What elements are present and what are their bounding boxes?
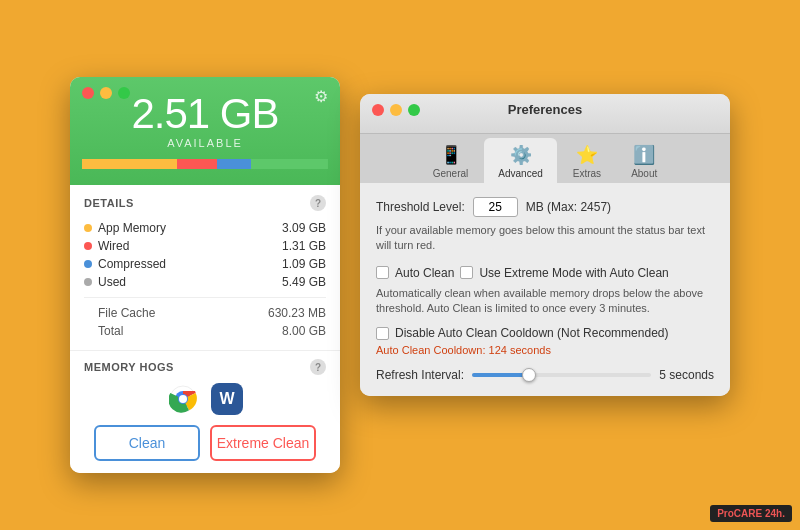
memory-size: 2.51 GB [82,93,328,135]
threshold-row: Threshold Level: MB (Max: 2457) [376,197,714,217]
svg-point-4 [179,395,187,403]
hogs-section: MEMORY HOGS ? [70,350,340,473]
dot-compressed [84,260,92,268]
wired-value: 1.31 GB [282,239,326,253]
bar-app-memory [82,159,177,169]
minimize-button[interactable] [100,87,112,99]
bar-compressed [217,159,251,169]
dot-wired [84,242,92,250]
file-cache-label: File Cache [98,306,155,320]
refresh-slider[interactable] [472,373,651,377]
used-label: Used [98,275,126,289]
chrome-app-icon[interactable] [167,383,199,415]
bar-wired [177,159,217,169]
app-memory-value: 3.09 GB [282,221,326,235]
table-row: Total 8.00 GB [84,322,326,340]
watermark-pro: Pro [717,508,734,519]
dot-app-memory [84,224,92,232]
watermark-suffix: 24h. [762,508,785,519]
wired-label: Wired [98,239,129,253]
tab-advanced[interactable]: ⚙️ Advanced [484,138,556,183]
memory-cleaner-window: ⚙ 2.51 GB AVAILABLE DETAILS ? App Memory… [70,77,340,473]
auto-clean-note: Automatically clean when available memor… [376,286,714,317]
hogs-header: MEMORY HOGS ? [84,359,326,375]
table-row: File Cache 630.23 MB [84,304,326,322]
prefs-close-button[interactable] [372,104,384,116]
divider [84,297,326,298]
prefs-minimize-button[interactable] [390,104,402,116]
app-icons: W [84,383,326,415]
table-row: Used 5.49 GB [84,273,326,291]
tab-about-label: About [631,168,657,179]
cooldown-text: Auto Clean Cooldown: 124 seconds [376,344,714,356]
extreme-mode-label: Use Extreme Mode with Auto Clean [479,266,668,280]
table-row: App Memory 3.09 GB [84,219,326,237]
details-section: DETAILS ? App Memory 3.09 GB Wired 1.31 … [70,185,340,350]
threshold-label: Threshold Level: [376,200,465,214]
file-cache-value: 630.23 MB [268,306,326,320]
compressed-label: Compressed [98,257,166,271]
clean-button[interactable]: Clean [94,425,200,461]
maximize-button[interactable] [118,87,130,99]
watermark: ProCARE 24h. [710,505,792,522]
details-header: DETAILS ? [84,195,326,211]
disable-cooldown-checkbox[interactable] [376,327,389,340]
prefs-content: Threshold Level: MB (Max: 2457) If your … [360,183,730,397]
refresh-row: Refresh Interval: 5 seconds [376,368,714,382]
extras-icon: ⭐ [576,144,598,166]
prefs-maximize-button[interactable] [408,104,420,116]
tab-about[interactable]: ℹ️ About [617,138,671,183]
action-buttons: Clean Extreme Clean [84,425,326,461]
threshold-note: If your available memory goes below this… [376,223,714,254]
disable-label: Disable Auto Clean Cooldown (Not Recomme… [395,326,668,340]
hogs-title: MEMORY HOGS [84,361,174,373]
desktop: ⚙ 2.51 GB AVAILABLE DETAILS ? App Memory… [0,0,800,530]
hogs-help-icon[interactable]: ? [310,359,326,375]
auto-clean-checkbox[interactable] [376,266,389,279]
slider-fill [472,373,526,377]
bar-free [251,159,328,169]
app-memory-label: App Memory [98,221,166,235]
used-value: 5.49 GB [282,275,326,289]
total-label: Total [98,324,123,338]
tab-general[interactable]: 📱 General [419,138,483,183]
table-row: Wired 1.31 GB [84,237,326,255]
window-header: ⚙ 2.51 GB AVAILABLE [70,77,340,185]
details-help-icon[interactable]: ? [310,195,326,211]
threshold-max: MB (Max: 2457) [526,200,611,214]
tab-advanced-label: Advanced [498,168,542,179]
available-label: AVAILABLE [82,137,328,149]
tab-extras[interactable]: ⭐ Extras [559,138,615,183]
prefs-title: Preferences [508,102,582,117]
extreme-mode-checkbox[interactable] [460,266,473,279]
about-icon: ℹ️ [633,144,655,166]
total-value: 8.00 GB [282,324,326,338]
prefs-traffic-lights [372,104,420,116]
prefs-tabs: 📱 General ⚙️ Advanced ⭐ Extras ℹ️ About [360,134,730,183]
preferences-window: Preferences 📱 General ⚙️ Advanced ⭐ Extr… [360,94,730,397]
refresh-label: Refresh Interval: [376,368,464,382]
word-app-icon[interactable]: W [211,383,243,415]
refresh-value: 5 seconds [659,368,714,382]
gear-icon[interactable]: ⚙ [314,87,328,106]
close-button[interactable] [82,87,94,99]
disable-row: Disable Auto Clean Cooldown (Not Recomme… [376,326,714,340]
traffic-lights [82,87,130,99]
extreme-clean-button[interactable]: Extreme Clean [210,425,316,461]
prefs-titlebar: Preferences [360,94,730,134]
details-title: DETAILS [84,197,134,209]
memory-bar [82,159,328,169]
threshold-input[interactable] [473,197,518,217]
general-icon: 📱 [440,144,462,166]
slider-thumb[interactable] [522,368,536,382]
watermark-care: CARE [734,508,762,519]
tab-general-label: General [433,168,469,179]
compressed-value: 1.09 GB [282,257,326,271]
tab-extras-label: Extras [573,168,601,179]
advanced-icon: ⚙️ [510,144,532,166]
table-row: Compressed 1.09 GB [84,255,326,273]
auto-clean-row: Auto Clean Use Extreme Mode with Auto Cl… [376,266,714,280]
auto-clean-label: Auto Clean [395,266,454,280]
dot-used [84,278,92,286]
